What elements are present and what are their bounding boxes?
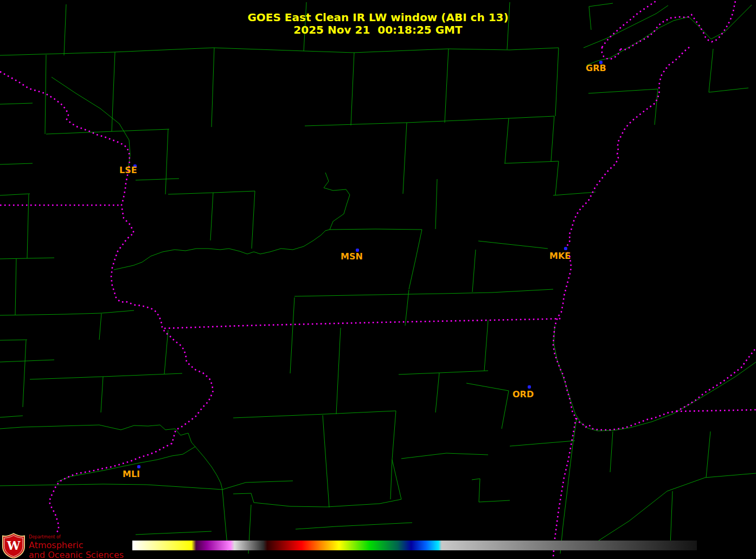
county-boundary-line bbox=[0, 103, 33, 104]
county-boundary-line bbox=[136, 531, 212, 535]
county-boundary-line bbox=[0, 340, 27, 340]
county-boundary-line bbox=[399, 371, 488, 374]
station-label-ORD: ORD bbox=[512, 389, 534, 399]
county-boundary-line bbox=[136, 179, 179, 180]
county-boundary-line bbox=[290, 297, 294, 373]
county-boundary-line bbox=[252, 191, 255, 249]
county-boundary-line bbox=[52, 77, 130, 171]
svg-text:W: W bbox=[7, 538, 21, 552]
county-boundary-line bbox=[213, 48, 559, 53]
county-boundary-line bbox=[351, 53, 354, 125]
county-boundary-line bbox=[435, 179, 437, 229]
county-boundary-line bbox=[0, 360, 54, 362]
county-boundary-line bbox=[610, 431, 613, 472]
county-boundary-line bbox=[466, 383, 509, 429]
county-boundary-line bbox=[330, 229, 422, 230]
county-boundary-line bbox=[327, 499, 401, 507]
county-boundary-line bbox=[114, 230, 330, 270]
county-boundary-line bbox=[555, 48, 559, 116]
county-boundary-line bbox=[336, 328, 341, 414]
county-boundary-line bbox=[555, 161, 559, 195]
county-boundary-line bbox=[0, 481, 293, 490]
county-boundary-line bbox=[168, 191, 255, 194]
county-boundary-line bbox=[210, 193, 213, 240]
county-boundary-line bbox=[589, 3, 613, 7]
county-boundary-line bbox=[195, 447, 222, 490]
county-boundary-line bbox=[0, 48, 213, 55]
station-label-GRB: GRB bbox=[586, 63, 606, 73]
image-title: GOES East Clean IR LW window (ABI ch 13) bbox=[0, 11, 756, 24]
county-boundary-line bbox=[706, 431, 710, 478]
state-border-mississippi-river bbox=[0, 72, 213, 532]
county-boundary-line bbox=[296, 523, 412, 529]
county-boundary-line bbox=[709, 88, 748, 92]
county-boundary-line bbox=[165, 129, 168, 194]
county-boundary-line bbox=[445, 49, 449, 123]
county-boundary-line bbox=[164, 330, 168, 374]
county-boundary-line bbox=[294, 289, 553, 296]
county-boundary-line bbox=[305, 116, 554, 126]
county-boundary-line bbox=[99, 314, 101, 340]
county-boundary-line bbox=[101, 377, 103, 412]
county-boundary-line bbox=[472, 250, 476, 292]
county-boundary-line bbox=[45, 55, 46, 134]
county-boundary-line bbox=[0, 416, 23, 417]
county-boundary-line bbox=[553, 192, 595, 195]
uw-crest-icon: W bbox=[2, 533, 25, 558]
station-label-MSN: MSN bbox=[341, 251, 363, 262]
logo-name-line1: Atmospheric bbox=[29, 541, 124, 550]
logo-dept-line: Department of bbox=[29, 535, 124, 539]
station-label-LSE: LSE bbox=[119, 165, 137, 175]
county-boundary-line bbox=[505, 118, 509, 163]
logo-text: Department of Atmospheric and Oceanic Sc… bbox=[29, 533, 124, 559]
county-boundary-line bbox=[401, 453, 488, 459]
county-boundary-line bbox=[472, 479, 510, 502]
county-boundary-line bbox=[0, 194, 30, 195]
county-boundary-line bbox=[212, 48, 214, 127]
county-boundary-line bbox=[510, 441, 575, 446]
county-boundary-line bbox=[30, 373, 182, 379]
county-boundary-line bbox=[392, 460, 401, 499]
image-timestamp: 2025 Nov 21 00:18:25 GMT bbox=[0, 24, 756, 36]
county-boundary-line bbox=[670, 491, 672, 545]
county-boundary-line bbox=[591, 473, 756, 545]
county-boundary-line bbox=[15, 259, 16, 315]
county-boundary-line bbox=[23, 340, 26, 407]
county-boundary-line bbox=[554, 326, 756, 431]
station-label-MLI: MLI bbox=[123, 469, 140, 479]
map-canvas bbox=[0, 0, 756, 559]
county-boundary-line bbox=[435, 373, 439, 412]
state-border-wi-il-border bbox=[164, 319, 561, 328]
county-boundary-line bbox=[655, 89, 658, 125]
county-boundary-line bbox=[403, 123, 407, 194]
state-border-il-in-border-east bbox=[676, 410, 756, 411]
county-boundary-line bbox=[112, 52, 115, 131]
county-boundary-line bbox=[390, 411, 396, 499]
aos-logo: W Department of Atmospheric and Oceanic … bbox=[2, 533, 124, 559]
colorbar bbox=[132, 541, 697, 550]
station-dot-MKE bbox=[564, 247, 567, 250]
state-border-lake-michigan-west-shore bbox=[553, 47, 689, 430]
county-boundary-line bbox=[0, 310, 134, 315]
satellite-map-viewer: GOES East Clean IR LW window (ABI ch 13)… bbox=[0, 0, 756, 559]
state-border-mi-shore-northeast bbox=[676, 348, 756, 411]
county-boundary-line bbox=[0, 163, 33, 164]
county-boundary-line bbox=[484, 320, 488, 371]
county-boundary-line bbox=[478, 241, 548, 249]
state-border-il-in-border-south bbox=[553, 418, 576, 559]
county-boundary-line bbox=[233, 493, 327, 507]
county-boundary-line bbox=[324, 173, 350, 230]
county-boundary-line bbox=[409, 230, 422, 289]
county-boundary-line bbox=[0, 425, 99, 429]
county-boundary-line bbox=[588, 89, 658, 93]
county-boundary-line bbox=[405, 290, 409, 326]
county-boundary-line bbox=[46, 129, 169, 134]
county-boundary-line bbox=[27, 194, 29, 258]
station-dot-ORD bbox=[528, 385, 531, 389]
county-boundary-line bbox=[323, 415, 329, 507]
logo-name-line2: and Oceanic Sciences bbox=[29, 551, 124, 559]
county-boundary-line bbox=[551, 116, 554, 161]
station-dot-MLI bbox=[137, 465, 140, 468]
county-boundary-line bbox=[504, 161, 559, 163]
station-label-MKE: MKE bbox=[549, 251, 571, 261]
